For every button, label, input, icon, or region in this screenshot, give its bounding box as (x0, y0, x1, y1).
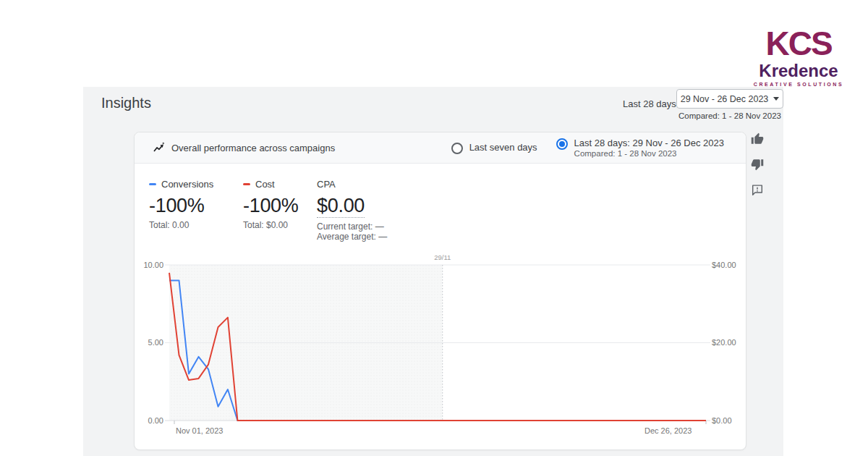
y-right-tick-40: $40.00 (712, 261, 736, 269)
date-range-value: 29 Nov - 26 Dec 2023 (681, 94, 769, 104)
page: KCS Kredence CREATIVE SOLUTIONS Insights… (0, 0, 868, 456)
y-left-tick-0: 0.00 (142, 416, 163, 425)
date-range-dropdown[interactable]: 29 Nov - 26 Dec 2023 (676, 89, 783, 109)
chevron-down-icon (773, 97, 779, 101)
logo-tagline: CREATIVE SOLUTIONS (751, 82, 846, 87)
conversions-total: Total: 0.00 (149, 220, 213, 230)
legend-label: Conversions (161, 179, 213, 190)
card-header: Overall performance across campaigns Las… (135, 132, 746, 164)
legend-cost: Cost (243, 179, 299, 190)
card-title: Overall performance across campaigns (171, 143, 335, 153)
x-axis-end-label: Dec 26, 2023 (644, 426, 692, 435)
legend-cpa: CPA (317, 179, 387, 190)
cost-change-value: -100% (243, 195, 299, 216)
feedback-comment-icon[interactable] (750, 183, 765, 198)
radio-last-seven-days[interactable]: Last seven days (451, 142, 537, 154)
y-left-tick-10: 10.00 (142, 261, 163, 269)
metric-cost: Cost -100% Total: $0.00 (243, 179, 299, 230)
page-title: Insights (101, 95, 151, 111)
kcs-logo: KCS Kredence CREATIVE SOLUTIONS (751, 26, 846, 87)
legend-label: Cost (255, 179, 275, 190)
x-axis-start-label: Nov 01, 2023 (176, 426, 223, 435)
feedback-column (750, 132, 765, 198)
conversions-series-dash-icon (149, 183, 156, 185)
y-right-tick-0: $0.00 (712, 416, 732, 425)
performance-card: Overall performance across campaigns Las… (134, 132, 746, 450)
radio-last-28-days[interactable]: Last 28 days: 29 Nov - 26 Dec 2023 Compa… (556, 138, 724, 159)
radio-unselected-icon[interactable] (451, 143, 463, 154)
cpa-average-target: Average target: — (317, 232, 387, 242)
metric-conversions: Conversions -100% Total: 0.00 (149, 179, 213, 230)
radio-label: Last seven days (469, 142, 537, 153)
cpa-value[interactable]: $0.00 (317, 195, 365, 218)
insights-panel: Insights Last 28 days 29 Nov - 26 Dec 20… (83, 87, 783, 456)
logo-name: Kredence (751, 62, 846, 80)
conversions-change-value: -100% (149, 195, 213, 216)
radio-selected-icon[interactable] (556, 138, 568, 150)
y-right-tick-20: $20.00 (712, 338, 736, 347)
compare-divider-label: 29/11 (428, 253, 457, 261)
date-range-compared: Compared: 1 - 28 Nov 2023 (673, 111, 787, 120)
cpa-current-target: Current target: — (317, 221, 387, 232)
y-left-tick-5: 5.00 (142, 338, 163, 347)
legend-label: CPA (317, 179, 336, 190)
thumb-down-icon[interactable] (750, 158, 765, 172)
insights-trend-icon (153, 142, 165, 154)
radio-sublabel: Compared: 1 - 28 Nov 2023 (574, 148, 724, 159)
date-range-type-label: Last 28 days (623, 98, 676, 109)
metric-cpa: CPA $0.00 Current target: — Average targ… (317, 179, 387, 242)
legend-conversions: Conversions (149, 179, 213, 190)
radio-label: Last 28 days: 29 Nov - 26 Dec 2023 (574, 138, 724, 148)
chart-canvas[interactable] (142, 250, 735, 446)
range-radio-group: Last seven days Last 28 days: 29 Nov - 2… (451, 132, 724, 164)
cost-total: Total: $0.00 (243, 220, 299, 230)
thumb-up-icon[interactable] (750, 132, 765, 147)
logo-acronym: KCS (751, 26, 846, 61)
performance-chart[interactable]: 29/11 10.00 5.00 0.00 $40.00 $20.00 $0.0… (142, 250, 735, 446)
cost-series-dash-icon (243, 183, 250, 185)
